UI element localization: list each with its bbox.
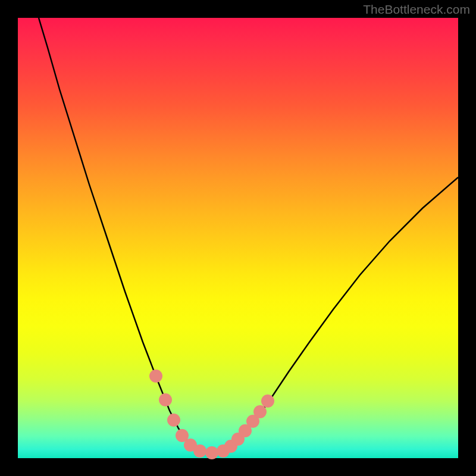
data-marker xyxy=(193,444,206,458)
curve-path xyxy=(39,18,458,453)
watermark-text: TheBottleneck.com xyxy=(363,2,470,17)
data-marker xyxy=(159,393,172,406)
plot-area xyxy=(18,18,458,458)
data-marker xyxy=(167,414,180,427)
data-marker xyxy=(149,369,162,383)
data-marker xyxy=(253,405,267,418)
data-marker xyxy=(261,394,274,408)
curve-svg xyxy=(18,18,458,458)
